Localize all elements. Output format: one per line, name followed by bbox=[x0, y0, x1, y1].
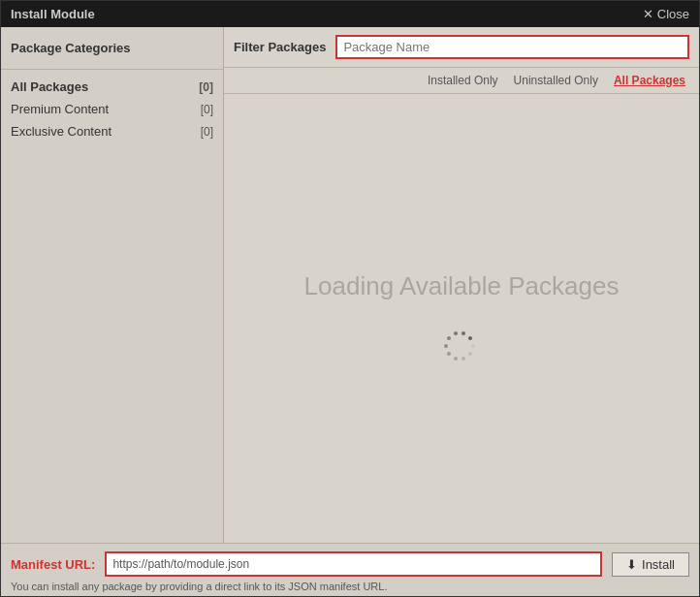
tab-uninstalled-only[interactable]: Uninstalled Only bbox=[510, 72, 602, 89]
manifest-label: Manifest URL: bbox=[11, 557, 95, 572]
titlebar: Install Module ✕ Close bbox=[1, 1, 699, 27]
footer-hint: You can install any package by providing… bbox=[11, 581, 689, 592]
manifest-url-input[interactable] bbox=[105, 551, 602, 577]
sidebar-item-label: Exclusive Content bbox=[11, 124, 195, 139]
sidebar-item-label: All Packages bbox=[11, 79, 193, 94]
loading-spinner bbox=[444, 330, 479, 365]
footer-row: Manifest URL: ⬇ Install bbox=[11, 551, 689, 577]
sidebar-divider bbox=[1, 69, 223, 70]
filter-label: Filter Packages bbox=[234, 40, 326, 54]
filter-tabs: Installed Only Uninstalled Only All Pack… bbox=[224, 68, 699, 94]
modal-title: Install Module bbox=[11, 7, 95, 21]
sidebar-item-count: [0] bbox=[201, 103, 213, 116]
install-label: Install bbox=[642, 557, 675, 572]
loading-text: Loading Available Packages bbox=[304, 271, 620, 301]
sidebar-item-all-packages[interactable]: All Packages [0] bbox=[1, 76, 223, 98]
sidebar-item-premium[interactable]: Premium Content [0] bbox=[1, 98, 223, 120]
tab-all-packages[interactable]: All Packages bbox=[610, 72, 689, 89]
sidebar-heading: Package Categories bbox=[1, 37, 223, 63]
tab-installed-only[interactable]: Installed Only bbox=[424, 72, 502, 89]
close-button[interactable]: ✕ Close bbox=[643, 7, 689, 21]
sidebar-item-count: [0] bbox=[201, 125, 213, 139]
install-icon: ⬇ bbox=[626, 557, 637, 572]
package-name-input[interactable] bbox=[335, 35, 689, 59]
sidebar: Package Categories All Packages [0] Prem… bbox=[1, 27, 224, 543]
install-module-modal: Install Module ✕ Close Package Categorie… bbox=[0, 0, 700, 597]
sidebar-item-count: [0] bbox=[199, 80, 213, 94]
main-content: Filter Packages Installed Only Uninstall… bbox=[224, 27, 699, 543]
sidebar-item-exclusive[interactable]: Exclusive Content [0] bbox=[1, 120, 223, 142]
sidebar-item-label: Premium Content bbox=[11, 102, 195, 116]
modal-footer: Manifest URL: ⬇ Install You can install … bbox=[1, 543, 699, 596]
package-area: Loading Available Packages bbox=[224, 94, 699, 543]
install-button[interactable]: ⬇ Install bbox=[612, 552, 689, 577]
modal-body: Package Categories All Packages [0] Prem… bbox=[1, 27, 699, 543]
filter-bar: Filter Packages bbox=[224, 27, 699, 68]
